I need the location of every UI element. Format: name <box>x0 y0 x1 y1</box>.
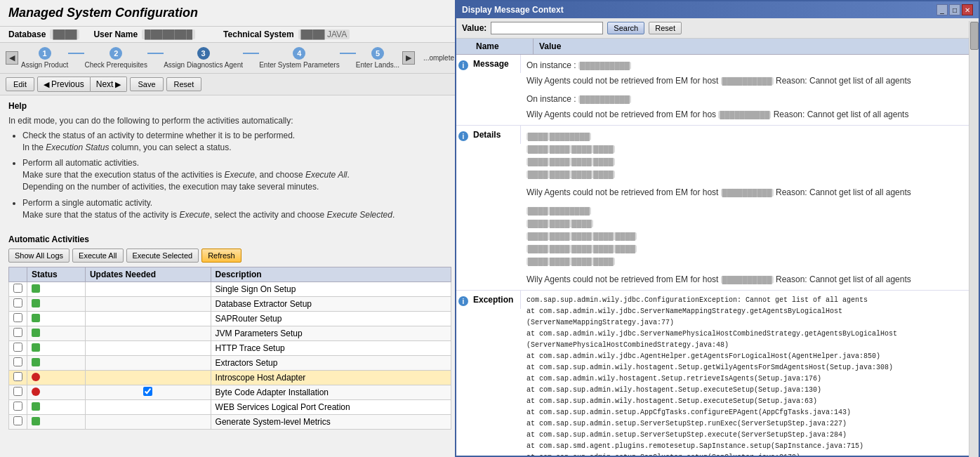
help-item-3-sub: Make sure that the status of the activit… <box>22 210 395 220</box>
row-select[interactable] <box>9 297 27 312</box>
help-list: Check the status of an activity to deter… <box>8 130 451 221</box>
table-row-highlighted: Introscope Host Adapter <box>9 371 451 385</box>
dialog-panel: Display Message Context _ □ ✕ Value: Sea… <box>455 0 980 457</box>
row-select[interactable] <box>9 371 27 385</box>
wizard-next-btn[interactable]: ▶ <box>402 51 415 65</box>
wizard-prev-btn[interactable]: ◀ <box>6 51 18 65</box>
wizard-step-4[interactable]: 4 Enter System Parameters <box>259 47 339 69</box>
wizard-step-2[interactable]: 2 Check Prerequisites <box>84 47 147 69</box>
col-name-header: Name <box>470 39 534 54</box>
row-desc: Byte Code Adapter Installation <box>211 385 451 400</box>
row-desc: Database Extractor Setup <box>211 297 451 312</box>
row-updates <box>85 356 211 371</box>
username-value: ████████ <box>142 29 195 39</box>
dialog-minimize-button[interactable]: _ <box>936 4 948 15</box>
row-desc: Generate System-level Metrics <box>211 415 451 430</box>
row-updates <box>85 341 211 356</box>
details-icon-cell: i <box>456 126 470 145</box>
table-row: Single Sign On Setup <box>9 282 451 297</box>
row-status <box>27 312 86 326</box>
page-title: Managed System Configuration <box>0 0 460 27</box>
save-button[interactable]: Save <box>130 77 163 91</box>
help-item-2-main: Perform all automatic activities. <box>22 158 139 168</box>
col-checkbox <box>9 267 27 282</box>
dialog-close-button[interactable]: ✕ <box>962 4 973 15</box>
row-updates <box>85 415 211 430</box>
search-input[interactable] <box>491 22 603 34</box>
row-select[interactable] <box>9 282 27 297</box>
dialog-scrollbar-thumb[interactable] <box>970 22 979 50</box>
help-item-3-main: Perform a single automatic activity. <box>22 198 152 208</box>
table-row: Database Extractor Setup <box>9 297 451 312</box>
row-desc: JVM Parameters Setup <box>211 326 451 341</box>
wizard-step-5[interactable]: 5 Enter Lands... <box>356 47 399 69</box>
col-description: Description <box>211 267 451 282</box>
wizard-step-1[interactable]: 1 Assign Product <box>21 47 68 69</box>
exception-icon-cell: i <box>456 291 470 310</box>
exception-info-icon: i <box>458 296 468 306</box>
row-updates <box>85 385 211 400</box>
details-value: ████ ████████ ████ ████ ████ ████ ████ █… <box>521 126 979 290</box>
table-row: Generate System-level Metrics <box>9 415 451 430</box>
row-desc: Extractors Setup <box>211 356 451 371</box>
message-icon-cell: i <box>456 55 470 74</box>
row-select[interactable] <box>9 356 27 371</box>
help-item-1-sub: In the Execution Status column, you can … <box>22 143 232 152</box>
nav-btn-group: ◀ Previous Next ▶ <box>37 77 128 92</box>
dialog-scrollbar[interactable] <box>969 21 979 457</box>
reset-button[interactable]: Reset <box>166 77 202 91</box>
row-status <box>27 371 86 385</box>
dialog-body[interactable]: i Message On instance : ██████████ Wily … <box>456 55 979 456</box>
row-updates <box>85 400 211 415</box>
step-3-number: 3 <box>197 47 210 60</box>
row-updates <box>85 371 211 385</box>
col-status: Status <box>27 267 86 282</box>
col-value-header: Value <box>534 39 979 54</box>
techsystem-value: ████ JAVA <box>298 29 350 39</box>
step-1-number: 1 <box>39 47 51 60</box>
row-status <box>27 415 86 430</box>
row-select[interactable] <box>9 326 27 341</box>
row-select[interactable] <box>9 312 27 326</box>
row-select[interactable] <box>9 341 27 356</box>
col-updates: Updates Needed <box>85 267 211 282</box>
row-select[interactable] <box>9 415 27 430</box>
message-value: On instance : ██████████ Wily Agents cou… <box>521 55 979 125</box>
help-section: Help In edit mode, you can do the follow… <box>0 95 460 230</box>
row-updates <box>85 297 211 312</box>
help-intro: In edit mode, you can do the following t… <box>8 115 451 127</box>
value-label: Value: <box>462 23 486 33</box>
row-select[interactable] <box>9 400 27 415</box>
edit-button[interactable]: Edit <box>6 77 34 91</box>
row-desc: WEB Services Logical Port Creation <box>211 400 451 415</box>
next-button[interactable]: Next ▶ <box>91 77 128 92</box>
row-updates <box>85 312 211 326</box>
table-row: Extractors Setup <box>9 356 451 371</box>
row-updates <box>85 326 211 341</box>
exception-label: Exception <box>470 291 521 309</box>
step-1-label: Assign Product <box>21 61 68 69</box>
row-status <box>27 282 86 297</box>
previous-button[interactable]: ◀ Previous <box>37 77 91 92</box>
show-all-logs-button[interactable]: Show All Logs <box>8 249 69 263</box>
activities-toolbar: Show All Logs Execute All Execute Select… <box>8 249 451 263</box>
step-5-label: Enter Lands... <box>356 61 399 69</box>
info-bar: Database ████ User Name ████████ Technic… <box>0 27 460 43</box>
row-desc: Introscope Host Adapter <box>211 371 451 385</box>
dialog-maximize-button[interactable]: □ <box>949 4 960 15</box>
help-title: Help <box>8 101 451 111</box>
search-button[interactable]: Search <box>607 22 644 34</box>
activities-table: Status Updates Needed Description Single… <box>8 267 451 430</box>
refresh-button[interactable]: Refresh <box>201 249 241 263</box>
username-label: User Name <box>93 29 138 39</box>
reset-search-button[interactable]: Reset <box>649 22 682 34</box>
dialog-table-header: Name Value <box>456 39 979 55</box>
dialog-search-bar: Value: Search Reset <box>456 18 979 39</box>
row-status <box>27 356 86 371</box>
row-select[interactable] <box>9 385 27 400</box>
techsystem-label: Technical System <box>223 29 294 39</box>
step-4-label: Enter System Parameters <box>259 61 339 69</box>
execute-selected-button[interactable]: Execute Selected <box>126 249 199 263</box>
execute-all-button[interactable]: Execute All <box>72 249 123 263</box>
wizard-step-3[interactable]: 3 Assign Diagnostics Agent <box>164 47 243 69</box>
